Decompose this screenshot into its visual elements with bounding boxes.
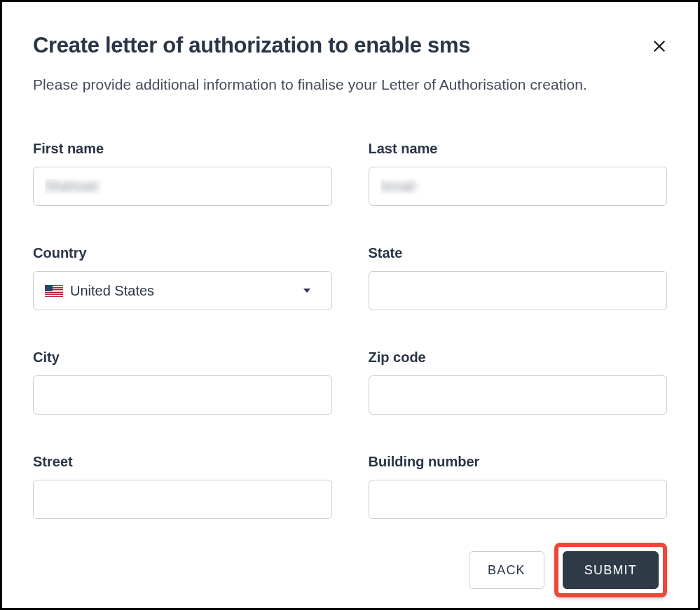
- submit-highlight: SUBMIT: [554, 543, 667, 597]
- form-grid: First name Last name Country United Stat…: [33, 141, 667, 519]
- building-number-input[interactable]: [369, 480, 668, 519]
- building-number-field: Building number: [369, 454, 668, 519]
- country-select[interactable]: United States: [33, 271, 332, 310]
- street-field: Street: [33, 454, 332, 519]
- last-name-label: Last name: [369, 141, 668, 157]
- street-input[interactable]: [33, 480, 332, 519]
- dialog-description: Please provide additional information to…: [33, 76, 667, 93]
- first-name-field: First name: [33, 141, 332, 206]
- city-label: City: [33, 349, 332, 366]
- last-name-field: Last name: [369, 141, 668, 206]
- street-label: Street: [33, 454, 332, 470]
- city-input[interactable]: [33, 375, 332, 415]
- country-field: Country United States: [33, 245, 332, 310]
- back-button[interactable]: BACK: [469, 551, 544, 589]
- submit-button[interactable]: SUBMIT: [563, 551, 659, 589]
- chevron-down-icon: [303, 289, 310, 293]
- zip-code-label: Zip code: [369, 349, 668, 366]
- city-field: City: [33, 349, 332, 415]
- zip-code-input[interactable]: [369, 375, 668, 415]
- first-name-input[interactable]: [33, 167, 332, 206]
- state-field: State: [369, 245, 668, 310]
- state-input[interactable]: [369, 271, 668, 310]
- button-row: BACK SUBMIT: [33, 543, 667, 597]
- first-name-label: First name: [33, 141, 332, 157]
- zip-code-field: Zip code: [369, 349, 668, 415]
- last-name-input[interactable]: [369, 167, 668, 206]
- country-selected-text: United States: [70, 283, 303, 299]
- state-label: State: [369, 245, 668, 261]
- loa-dialog: Create letter of authorization to enable…: [0, 0, 700, 610]
- us-flag-icon: [45, 285, 63, 297]
- close-icon[interactable]: [649, 36, 670, 60]
- dialog-header: Create letter of authorization to enable…: [33, 33, 667, 60]
- building-number-label: Building number: [369, 454, 668, 470]
- dialog-title: Create letter of authorization to enable…: [33, 33, 470, 58]
- country-label: Country: [33, 245, 332, 261]
